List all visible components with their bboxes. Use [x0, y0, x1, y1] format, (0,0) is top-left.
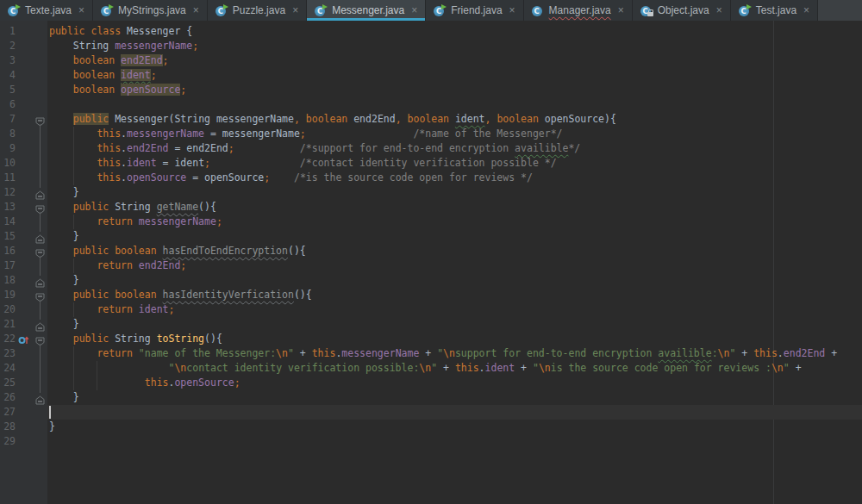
tab-close-icon[interactable]: ×	[193, 5, 199, 16]
code-line[interactable]	[47, 97, 862, 112]
code-token	[49, 201, 73, 213]
code-token: .	[121, 171, 127, 184]
code-token: }	[49, 318, 79, 330]
fold-end-marker[interactable]	[35, 320, 45, 329]
run-arrow-icon	[109, 4, 114, 9]
code-line[interactable]: boolean end2End;	[47, 53, 862, 68]
fold-start-marker[interactable]	[35, 246, 45, 256]
code-token: boolean	[408, 113, 455, 125]
code-line[interactable]	[47, 405, 862, 420]
code-line[interactable]: this.ident = ident; /*contact identity v…	[47, 156, 862, 171]
indent-guide	[73, 302, 74, 317]
fold-end-marker[interactable]	[35, 232, 45, 241]
code-line[interactable]: boolean ident;	[47, 68, 862, 83]
code-token	[270, 171, 294, 184]
tab-messenger-java[interactable]: CMessenger.java×	[307, 0, 426, 21]
code-line[interactable]: }	[47, 317, 862, 332]
code-line[interactable]: public boolean hasIdentityVerfication(){	[47, 288, 862, 302]
code-line[interactable]: }	[47, 390, 862, 405]
fold-start-marker[interactable]	[35, 334, 45, 344]
tab-label: MyStrings.java	[118, 4, 186, 16]
code-line[interactable]: public Messenger(String messengerName, b…	[47, 112, 862, 127]
tab-close-icon[interactable]: ×	[411, 5, 417, 16]
line-number: 11	[0, 171, 16, 185]
fold-end-marker[interactable]	[35, 188, 45, 197]
code-line-row: 7 public Messenger(String messengerName,…	[0, 112, 862, 127]
fold-start-marker[interactable]	[35, 115, 45, 124]
code-line[interactable]: return messengerName;	[47, 215, 862, 229]
code-token: =	[169, 142, 187, 154]
code-token: this	[455, 362, 479, 374]
code-line[interactable]	[47, 434, 862, 449]
code-token: "name of the Messenger:	[139, 347, 276, 359]
code-token: hasIdentityVerfication	[163, 289, 294, 301]
tab-friend-java[interactable]: CFriend.java×	[426, 0, 523, 21]
tab-mystrings-java[interactable]: CMyStrings.java×	[93, 0, 208, 21]
fold-end-marker[interactable]	[35, 393, 45, 402]
code-line-row: 20 return ident;	[0, 302, 862, 317]
code-token: }	[49, 274, 79, 286]
line-number: 7	[0, 112, 16, 127]
code-token: messengerName	[341, 347, 419, 359]
code-token: \n	[174, 362, 186, 374]
tab-texte-java[interactable]: CTexte.java×	[0, 0, 93, 21]
code-line[interactable]: "\ncontact identity verification possibl…	[47, 361, 862, 376]
code-token: .	[121, 128, 127, 140]
code-token: }	[49, 186, 79, 198]
tab-close-icon[interactable]: ×	[618, 5, 624, 16]
tab-close-icon[interactable]: ×	[78, 5, 84, 16]
code-line[interactable]: boolean openSource;	[47, 83, 862, 97]
tab-manager-java[interactable]: CManager.java×	[524, 0, 633, 21]
code-token: \n	[771, 362, 784, 374]
code-token: hasEndToEndEncryption	[163, 245, 288, 257]
code-line[interactable]: }	[47, 229, 862, 244]
code-line[interactable]: public boolean hasEndToEndEncryption(){	[47, 244, 862, 258]
code-line[interactable]: public String getName(){	[47, 200, 862, 215]
code-token: ;	[192, 40, 198, 52]
code-line[interactable]: this.messengerName = messengerName; /*na…	[47, 127, 862, 141]
code-token: contact identity verification possible:	[186, 362, 419, 374]
tab-puzzle-java[interactable]: CPuzzle.java×	[208, 0, 307, 21]
code-line[interactable]: return "name of the Messenger:\n" + this…	[47, 346, 862, 361]
code-line[interactable]: }	[47, 420, 862, 434]
fold-start-marker[interactable]	[35, 202, 45, 212]
code-line[interactable]: this.openSource;	[47, 376, 862, 390]
code-token: }	[49, 391, 79, 403]
run-arrow-icon	[223, 4, 228, 9]
code-token: \n	[276, 347, 288, 359]
code-token: ident	[174, 157, 204, 169]
code-editor[interactable]: 1public class Messenger {2 String messen…	[0, 21, 862, 504]
code-line[interactable]: }	[47, 273, 862, 288]
code-line-row: 22 public String toString(){	[0, 332, 862, 346]
tab-object-java[interactable]: CObject.java×	[633, 0, 731, 21]
code-line[interactable]: }	[47, 185, 862, 200]
java-class-locked-icon: C	[640, 4, 653, 17]
tab-test-java[interactable]: CTest.java×	[731, 0, 818, 21]
code-line[interactable]: public class Messenger {	[47, 24, 862, 39]
code-line-row: 15 }	[0, 229, 862, 244]
indent-guide	[97, 361, 97, 376]
code-line[interactable]: return ident;	[47, 302, 862, 317]
code-line[interactable]: String messengerName;	[47, 39, 862, 53]
code-token: public class	[49, 25, 127, 37]
line-number: 9	[0, 141, 16, 156]
tab-close-icon[interactable]: ×	[803, 5, 809, 16]
fold-start-marker[interactable]	[35, 290, 45, 300]
java-class-run-icon: C	[739, 4, 752, 17]
code-token	[49, 333, 73, 345]
code-line[interactable]: this.openSource = openSource; /*is the s…	[47, 171, 862, 185]
code-token: ,	[396, 113, 402, 125]
code-token: +	[294, 347, 312, 359]
fold-end-marker[interactable]	[35, 276, 45, 285]
code-line[interactable]: public String toString(){	[47, 332, 862, 346]
overrides-method-icon[interactable]	[18, 333, 29, 345]
code-token: messengerName	[139, 215, 216, 227]
code-line[interactable]: this.end2End = end2End; /*support for en…	[47, 141, 862, 156]
tab-close-icon[interactable]: ×	[509, 5, 515, 16]
code-line-row: 5 boolean openSource;	[0, 83, 862, 97]
java-class-run-icon: C	[8, 4, 21, 17]
tab-close-icon[interactable]: ×	[292, 5, 298, 16]
tab-close-icon[interactable]: ×	[716, 5, 722, 16]
tab-label: Messenger.java	[332, 4, 404, 16]
code-line[interactable]: return end2End;	[47, 258, 862, 273]
